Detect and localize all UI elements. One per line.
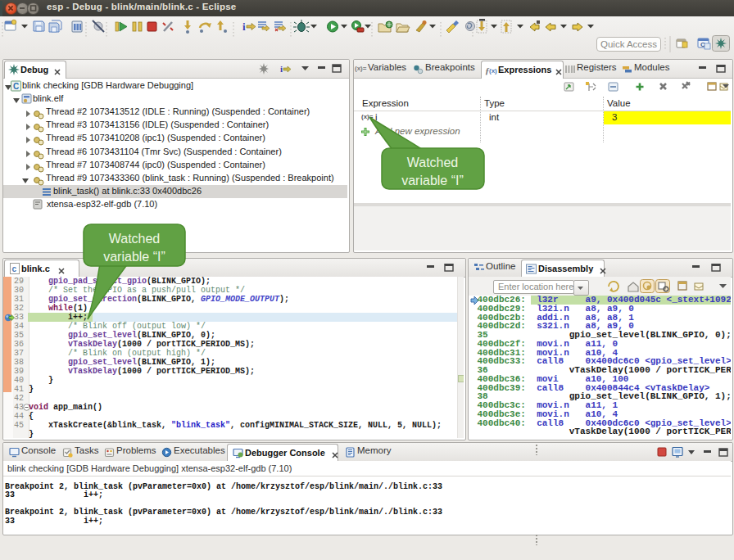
svg-text:i: i [280,64,283,74]
svg-text:(x): (x) [489,67,497,75]
svg-text:i: i [242,20,246,33]
svg-text:c: c [12,264,17,273]
svg-text:C: C [13,82,19,91]
